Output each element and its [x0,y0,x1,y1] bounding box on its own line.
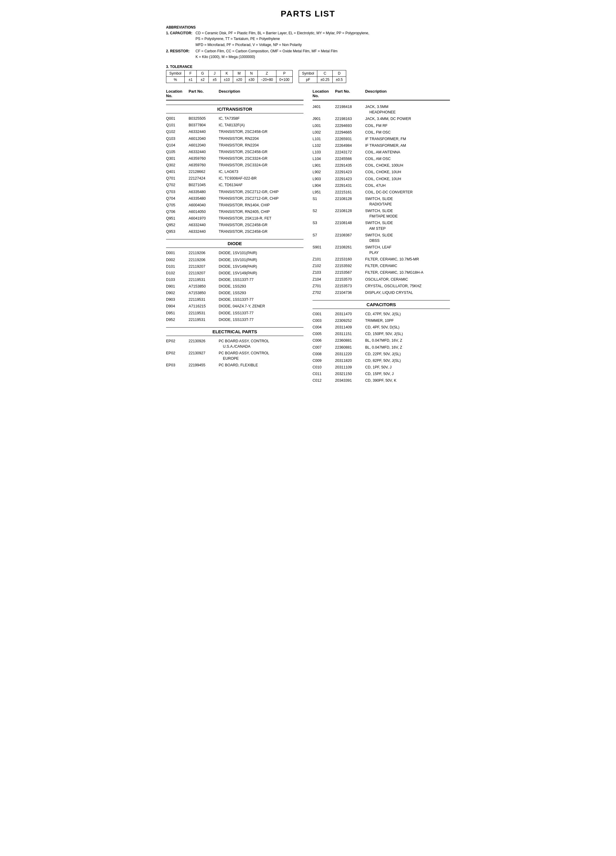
abbr-capacitor: 1. CAPACITOR: CD = Ceramic Disk, PF = Pl… [166,30,450,48]
list-item: EP0222130926PC BOARD ASSY, CONTROL U.S.A… [166,338,303,350]
abbreviations-section: ABBREVIATIONS 1. CAPACITOR: CD = Ceramic… [166,25,450,60]
list-item: L90122291435COIL, CHOKE, 100UH [313,162,450,169]
list-item: Q105A6332440TRANSISTOR, 2SC2458-GR [166,149,303,155]
list-item: Q953A6332440TRANSISTOR, 2SC2458-GR [166,228,303,235]
tol-g-header: G [197,70,209,77]
abbr-capacitor-text: CD = Ceramic Disk, PF = Plastic Film, BL… [196,30,450,48]
list-item: D95222119531DIODE, 1SS133T-77 [166,316,303,323]
list-item: D95122119531DIODE, 1SS133T-77 [166,310,303,316]
left-col-header: LocationNo. Part No. Description [166,89,303,100]
list-item: J90122198163JACK, 3.4MM, DC POWER [313,115,450,122]
list-item: Q704A6335480TRANSISTOR, 2SC2712-GR, CHIP [166,195,303,202]
list-item: Q001B0325505IC, TA7358F [166,115,303,122]
list-item: S122108128SWITCH, SLIDE RADIO/TAPE [313,196,450,208]
list-item: C00722360881BL, 0.047MFD, 16V, Z [313,344,450,351]
parts-columns: LocationNo. Part No. Description IC/TRAN… [166,89,450,384]
list-item: D10122119207DIODE, 1SV149(PAIR) [166,263,303,270]
list-item: C00920311820CD, 82PF, 50V, J(SL) [313,357,450,364]
list-item: S90122108261SWITCH, LEAF PLAY [313,244,450,256]
left-desc-header: Description [219,89,303,98]
ic-transistor-heading: IC/TRANSISTOR [166,105,303,113]
list-item: Q703A6335480TRANSISTOR, 2SC2712-GR, CHIP [166,189,303,195]
diode-heading: DIODE [166,239,303,248]
tol-k-header: K [221,70,233,77]
list-item: Q705A6004040TRANSISTOR, RN1404, CHIP [166,202,303,208]
list-item: C00520311151CD, 150PF, 50V, J(SL) [313,331,450,337]
list-item: Q702B0271045IC, TD6134AF [166,182,303,188]
list-item: L10422245566COIL, AM OSC [313,155,450,162]
tol-j-val: ±5 [209,77,221,83]
list-item: L90322291423COIL, CHOKE, 10UH [313,176,450,182]
right-column: LocationNo. Part No. Description J401221… [313,89,450,384]
list-item: Q101B0377804IC, TA8132F(A) [166,122,303,128]
list-item: L10122265931IF TRANSFORMER, FM [313,135,450,142]
tol2-d-header: D [333,70,346,77]
list-item: D10322119531DIODE, 1SS133T-77 [166,276,303,283]
tol-j-header: J [209,70,221,77]
right-part-header: Part No. [335,89,362,98]
right-loc-header: LocationNo. [313,89,332,98]
list-item: C00622360881BL, 0.047MFD, 16V, Z [313,337,450,344]
tol-f-val: ±1 [185,77,197,83]
list-item: D90322119531DIODE, 1SS133T-77 [166,296,303,303]
left-loc-header: LocationNo. [166,89,186,98]
list-item: C01120321150CD, 15PF, 50V, J [313,371,450,377]
tolerance-label: 3. TOLERANCE [166,65,450,69]
abbr-resistor: 2. RESISTOR: CF = Carbon Film, CC = Carb… [166,48,450,60]
tol-m-val: ±20 [233,77,245,83]
list-item: L90422291431COIL, 47UH [313,182,450,189]
list-item: Q104A6012040TRANSISTOR, RN2204 [166,142,303,149]
tol-g-val: ±2 [197,77,209,83]
list-item: Q40122128662IC, LAG673 [166,168,303,175]
tol-m-header: M [233,70,245,77]
capacitors-heading: CAPACITORS [313,300,450,309]
tol2-c-header: C [317,70,333,77]
list-item: C00120311470CD, 47PF, 50V, J(SL) [313,311,450,317]
list-item: Q301A6359760TRANSISTOR, 2SC3324-GR [166,155,303,162]
list-item: D00122119206DIODE, 1SV101(PAIR) [166,249,303,256]
list-item: D00222119206DIODE, 1SV101(PAIR) [166,257,303,263]
list-item: C00420311409CD, 4PF, 50V, D(SL) [313,324,450,331]
tol-sym-header: Symbol [166,70,185,77]
list-item: C00322309252TRIMMER, 10PF [313,317,450,324]
list-item: J40122198418JACK, 3.5MM HEADPHONEE [313,103,450,115]
tol-k-val: ±10 [221,77,233,83]
abbr-resistor-num: 2. RESISTOR: [166,48,193,60]
tol-n-header: N [245,70,257,77]
list-item: EP0222130927PC BOARD ASSY, CONTROL EUROP… [166,350,303,362]
list-item: D904A7116215DIODE, 04AZ4.7-Y, ZENER [166,303,303,309]
page-title: PARTS LIST [166,9,450,18]
tol2-d-val: ±0.5 [333,77,346,83]
list-item: S722108367SWITCH, SLIDE DBSS [313,232,450,244]
list-item: Q706A6014050TRANSISTOR, RN2405, CHIP [166,208,303,215]
list-item: Z10122153160FILTER, CERAMIC, 10.7M5-MR [313,256,450,263]
abbreviations-label: ABBREVIATIONS [166,25,450,30]
tolerance-table-2: Symbol C D pF ±0.25 ±0.5 [299,70,346,83]
list-item: D902A7153850DIODE, 1SS293 [166,289,303,296]
tol-pct-label: % [166,77,185,83]
right-col-header: LocationNo. Part No. Description [313,89,450,100]
tol2-pf-label: pF [299,77,317,83]
list-item: D10222119207DIODE, 1SV149(PAIR) [166,270,303,276]
electrical-parts-heading: ELECTRICAL PARTS [166,327,303,336]
list-item: D901A7153850DIODE, 1SS293 [166,283,303,289]
list-item: Z10222153592FILTER, CERAMIC [313,263,450,269]
tolerance-section: 3. TOLERANCE Symbol F G J K M N Z P % ±1… [166,65,450,83]
tol-p-header: P [276,70,293,77]
list-item: Z10422153570OSCILLATOR, CERAMIC [313,276,450,283]
tolerance-table-1: Symbol F G J K M N Z P % ±1 ±2 ±5 ±10 ±2… [166,70,293,83]
left-part-header: Part No. [189,89,216,98]
tol2-c-val: ±0.25 [317,77,333,83]
list-item: L10222264984IF TRANSFORMER, AM [313,142,450,149]
list-item: Q302A6359760TRANSISTOR, 2SC3324-GR [166,162,303,168]
list-item: Q951A6041970TRANSISTOR, 2SK118-R, FET [166,215,303,222]
list-item: Q103A6012040TRANSISTOR, RN2204 [166,135,303,142]
tol-p-val: 0+100 [276,77,293,83]
list-item: L00222294665COIL, FM OSC [313,129,450,135]
tol2-sym-header: Symbol [299,70,317,77]
list-item: S322108148SWITCH, SLIDE AM STEP [313,220,450,232]
list-item: L10322243172COIL, AM ANTENNA [313,149,450,155]
list-item: L95122215161COIL, DC-DC CONVERTER [313,189,450,196]
list-item: L90222291423COIL, CHOKE, 10UH [313,169,450,176]
tol-z-val: −20+80 [257,77,276,83]
